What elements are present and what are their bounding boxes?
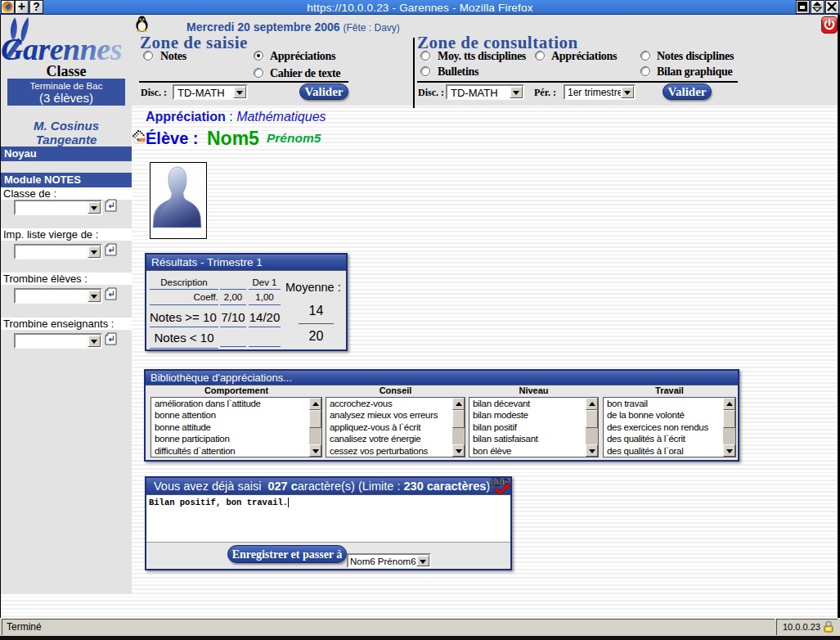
svg-text:Garennes: Garennes — [1, 32, 122, 64]
